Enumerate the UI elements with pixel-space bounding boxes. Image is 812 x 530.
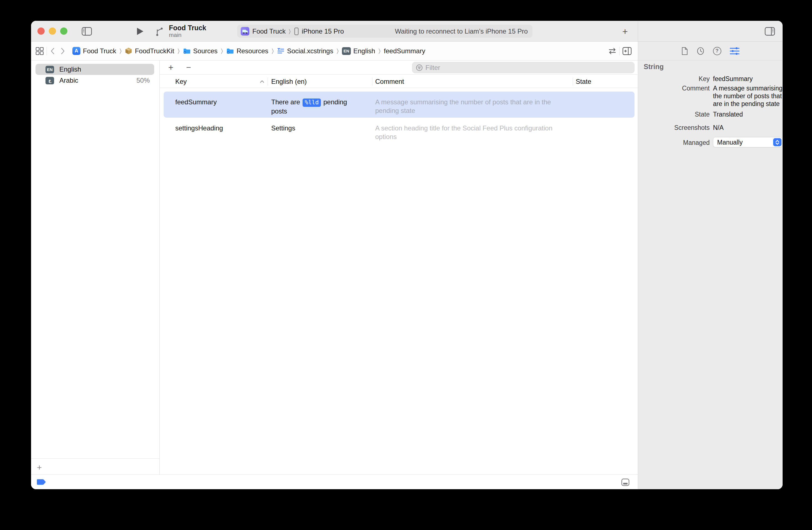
language-badge-ar: ع [45, 77, 54, 84]
package-icon [125, 47, 132, 55]
sidebar-item-arabic[interactable]: ع Arabic 50% [35, 75, 154, 86]
tab-separator: 〉 [289, 28, 291, 35]
breadcrumb-xcstrings-file[interactable]: Social.xcstrings [277, 47, 333, 55]
editor-toolbar: + − [160, 60, 638, 75]
crumb-separator: 〉 [221, 47, 223, 55]
cell-comment: A section heading title for the Social F… [375, 124, 569, 141]
add-string-button[interactable]: + [165, 60, 177, 74]
sidebar-item-english[interactable]: EN English [35, 64, 154, 75]
cell-english-value[interactable]: There are %lld pending posts [271, 98, 363, 115]
file-inspector-icon[interactable] [681, 47, 688, 55]
column-divider[interactable] [267, 77, 268, 86]
titlebar: Food Truck main Food Truck 〉 iPhone 15 P… [31, 21, 783, 42]
iphone-icon [294, 27, 299, 35]
string-catalog-editor: + − Key English (en) Comment State feedS… [160, 60, 638, 474]
scheme-title[interactable]: Food Truck main [169, 24, 206, 38]
toggle-navigator-icon[interactable] [81, 26, 92, 37]
run-status-message: Waiting to reconnect to Liam’s iPhone 15… [395, 27, 528, 35]
related-items-icon[interactable] [35, 47, 44, 55]
minimize-window-button[interactable] [49, 27, 56, 35]
branch-name: main [169, 32, 206, 38]
dropdown-stepper-icon [773, 138, 782, 146]
column-header-key[interactable]: Key [175, 78, 187, 85]
folder-icon [226, 48, 234, 54]
run-button[interactable] [135, 26, 145, 37]
column-header-state[interactable]: State [576, 78, 591, 85]
filter-icon [416, 64, 423, 71]
close-window-button[interactable] [38, 27, 45, 35]
table-row-settingsheading[interactable]: settingsHeading Settings A section headi… [164, 121, 635, 142]
forward-chevron-icon[interactable] [60, 47, 66, 55]
cell-comment: A message summarising the number of post… [375, 98, 569, 115]
table-row-feedsummary[interactable]: feedSummary There are %lld pending posts… [164, 91, 635, 118]
column-header-english[interactable]: English (en) [271, 78, 307, 85]
field-value-state: Translated [713, 111, 783, 118]
crumb-separator: 〉 [177, 47, 179, 55]
sidebar-footer-divider [31, 458, 159, 459]
progress-tag-icon[interactable] [37, 479, 46, 485]
toggle-debug-area-icon[interactable] [621, 478, 629, 486]
crumb-separator: 〉 [337, 47, 338, 55]
inspector-toolbar: ? [638, 42, 783, 60]
attributes-inspector-icon[interactable] [730, 47, 740, 55]
language-name: Arabic [59, 76, 78, 84]
toggle-inspector-icon[interactable] [764, 26, 776, 37]
table-header: Key English (en) Comment State [160, 75, 638, 88]
managed-dropdown[interactable]: Manually [713, 137, 783, 147]
cell-key: settingsHeading [175, 124, 259, 132]
breadcrumb-project[interactable]: A Food Truck [72, 47, 116, 55]
add-language-button[interactable]: + [35, 463, 44, 472]
swap-editors-icon[interactable] [608, 47, 617, 55]
scheme-destination-tab[interactable]: Food Truck 〉 iPhone 15 Pro Waiting to re… [237, 25, 533, 38]
field-value-screenshots: N/A [713, 124, 783, 131]
field-value-comment: A message summarising the number of post… [713, 84, 783, 108]
field-value-key: feedSummary [713, 75, 783, 83]
language-name: English [59, 66, 81, 73]
app-store-icon: A [72, 47, 81, 55]
inspector-section-title: String [644, 63, 664, 71]
project-name: Food Truck [169, 24, 206, 32]
column-divider[interactable] [372, 77, 373, 86]
zoom-window-button[interactable] [60, 27, 68, 35]
language-badge-en: EN [342, 47, 351, 55]
breadcrumb-string-key[interactable]: feedSummary [384, 47, 425, 55]
field-label-key: Key [638, 75, 710, 83]
crumb-separator: 〉 [119, 47, 121, 55]
add-editor-icon[interactable] [622, 47, 632, 55]
language-badge-en: EN [45, 66, 54, 73]
field-label-managed: Managed [638, 137, 710, 147]
folder-icon [183, 48, 191, 54]
field-label-screenshots: Screenshots [638, 124, 710, 131]
new-tab-button[interactable]: + [619, 25, 631, 38]
debug-bar [31, 474, 638, 489]
cell-key: feedSummary [175, 98, 259, 106]
jumpbar-divider [619, 47, 620, 55]
branch-icon [154, 26, 165, 37]
app-icon [241, 27, 249, 35]
crumb-separator: 〉 [379, 47, 380, 55]
help-inspector-icon[interactable]: ? [713, 47, 721, 55]
back-chevron-icon[interactable] [49, 47, 56, 55]
managed-dropdown-value: Manually [717, 139, 743, 146]
translation-progress: 50% [136, 76, 150, 84]
field-label-state: State [638, 111, 710, 118]
crumb-separator: 〉 [272, 47, 274, 55]
history-inspector-icon[interactable] [696, 47, 705, 55]
column-header-comment[interactable]: Comment [375, 78, 404, 85]
filter-field[interactable] [412, 62, 635, 73]
breadcrumb-language[interactable]: EN English [342, 47, 375, 55]
remove-string-button[interactable]: − [183, 60, 195, 74]
breadcrumb-sources[interactable]: Sources [183, 47, 218, 55]
xcode-window: Food Truck main Food Truck 〉 iPhone 15 P… [31, 21, 783, 489]
tab-project-label: Food Truck [252, 27, 286, 35]
breadcrumb-package[interactable]: FoodTruckKit [125, 47, 174, 55]
cell-english-value[interactable]: Settings [271, 124, 363, 132]
jump-bar: A Food Truck 〉 FoodTruckKit 〉 Sources 〉 … [31, 42, 638, 60]
string-catalog-icon [277, 47, 285, 55]
inspector-panel: String Key feedSummary Comment A message… [638, 60, 783, 489]
format-specifier-token: %lld [303, 99, 321, 107]
breadcrumb-resources[interactable]: Resources [226, 47, 269, 55]
tab-destination-label: iPhone 15 Pro [302, 27, 344, 35]
sort-ascending-icon [260, 80, 264, 84]
filter-input[interactable] [425, 64, 631, 72]
